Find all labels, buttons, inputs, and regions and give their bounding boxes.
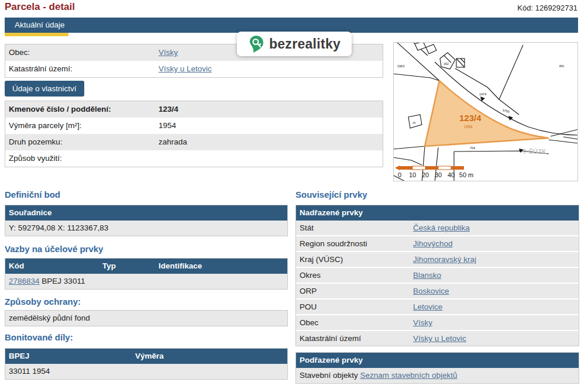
katastralni-uzemi-link[interactable]: Vísky u Letovic	[159, 64, 212, 73]
cuzk-watermark: © ČÚZK	[522, 148, 546, 155]
row-label: Obec:	[9, 48, 30, 57]
related-heading: Související prvky	[295, 190, 367, 199]
row-label: POU	[300, 302, 317, 311]
table-row: Katastrální území Vísky u Letovic	[296, 331, 579, 346]
area-value: 1954	[32, 367, 50, 376]
map-label: RN	[559, 64, 564, 68]
active-tab-indicator	[5, 33, 68, 36]
map-parcel-number: 123/4	[459, 113, 482, 123]
col-typ: Typ	[102, 259, 116, 274]
quality-parts-table: BPEJ Výměra 33011 1954	[5, 348, 288, 380]
obec-link[interactable]: Vísky	[159, 48, 178, 57]
map-label: 1963	[397, 64, 404, 68]
row-label: Okres	[300, 271, 321, 280]
row-label: Region soudržnosti	[300, 239, 367, 248]
cadastral-map: 123/4 1954 © ČÚZK RN 5750 704 1474 162 1…	[393, 42, 578, 181]
parcel-code: Kód: 1269292731	[517, 4, 577, 12]
tab-bar: Aktuální údaje	[5, 18, 578, 33]
coordinates-header: Souřadnice	[5, 205, 287, 221]
bezrealitky-logo-text: bezrealitky	[269, 36, 341, 52]
scale-label: 20	[422, 171, 429, 178]
table-row: ORP Boskovice	[296, 284, 579, 298]
purpose-identification: 33011	[64, 277, 85, 285]
purpose-links-heading: Vazby na účelové prvky	[5, 244, 103, 254]
stat-link[interactable]: Česká republika	[413, 223, 470, 232]
coordinates-table: Souřadnice Y: 592794,08 X: 1123367,83	[5, 205, 288, 236]
row-label: Výměra parcely [m²]:	[9, 121, 82, 130]
parcel-detail-table: Kmenové číslo / poddělení: 123/4 Výměra …	[5, 101, 383, 167]
table-row: Výměra parcely [m²]: 1954	[5, 118, 383, 134]
pou-link[interactable]: Letovice	[413, 302, 442, 311]
parcel-highlight	[425, 81, 549, 146]
scale-label: 50 m	[459, 171, 473, 178]
obec-link[interactable]: Vísky	[413, 318, 432, 327]
scale-label: 40	[448, 171, 455, 178]
child-elements-table: Podřazené prvky Stavební objekty Seznam …	[295, 352, 579, 384]
table-row: POU Letovice	[296, 300, 579, 314]
tab-aktualni-udaje[interactable]: Aktuální údaje	[15, 18, 65, 33]
row-label: Stavební objekty	[300, 371, 358, 380]
table-row: Kmenové číslo / poddělení: 123/4	[5, 101, 383, 118]
row-label: Způsob využití:	[9, 154, 62, 163]
table-row: Stavební objekty Seznam stavebních objek…	[296, 368, 579, 383]
protection-value: zemědělský půdní fond	[5, 310, 288, 326]
parent-elements-header: Nadřazené prvky	[296, 205, 579, 221]
quality-parts-heading: Bonitované díly:	[5, 332, 73, 342]
protection-heading: Způsoby ochrany:	[5, 297, 81, 307]
row-label: ORP	[300, 287, 317, 295]
table-row: Kraj (VÚSC) Jihomoravský kraj	[296, 252, 579, 267]
okres-link[interactable]: Blansko	[413, 271, 441, 280]
quality-parts-table-header: BPEJ Výměra	[5, 349, 287, 364]
purpose-type: BPEJ	[42, 277, 61, 285]
parent-elements-table: Nadřazené prvky Stát Česká republika Reg…	[295, 205, 579, 346]
scale-label: 0	[398, 171, 401, 178]
row-value: zahrada	[159, 134, 187, 150]
definition-point-heading: Definiční bod	[5, 190, 60, 199]
map-parcel-area: 1954	[464, 125, 473, 129]
col-identifikace: Identifikace	[159, 259, 202, 274]
katastralni-uzemi-link[interactable]: Vísky u Letovic	[413, 334, 466, 343]
map-label: 704	[470, 146, 475, 150]
row-label: Stát	[300, 223, 314, 232]
map-label: 162	[443, 62, 449, 66]
row-label: Druh pozemku:	[9, 137, 63, 146]
scale-label: 10	[409, 171, 416, 178]
map-label: 5750	[502, 108, 510, 113]
coordinates-value: Y: 592794,08 X: 1123367,83	[5, 221, 287, 236]
ownership-data-button[interactable]: Údaje o vlastnictví	[5, 81, 84, 97]
table-row: Okres Blansko	[296, 268, 579, 283]
scale-label: 30	[435, 171, 442, 178]
col-bpej: BPEJ	[9, 352, 29, 360]
col-kod: Kód	[9, 261, 24, 270]
bezrealitky-badge[interactable]: bezrealitky	[237, 32, 352, 56]
table-row: Druh pozemku: zahrada	[5, 134, 383, 150]
map-label: 1474	[479, 92, 486, 96]
table-row: Způsob využití:	[5, 150, 383, 167]
kraj-link[interactable]: Jihomoravský kraj	[413, 255, 476, 264]
table-row: 33011 1954	[5, 364, 287, 379]
table-row: Region soudržnosti Jihovýchod	[296, 236, 579, 251]
table-row: Katastrální území: Vísky u Letovic	[5, 61, 383, 77]
row-label: Katastrální území:	[9, 64, 73, 73]
orp-link[interactable]: Boskovice	[413, 287, 449, 295]
row-label: Katastrální území	[300, 334, 361, 343]
page-title: Parcela - detail	[5, 1, 75, 13]
row-label: Kraj (VÚSC)	[300, 255, 343, 264]
row-label: Obec	[300, 318, 318, 327]
map-scale-bar: 0 10 20 30 40 50 m	[395, 166, 473, 178]
region-link[interactable]: Jihovýchod	[413, 239, 453, 248]
bpej-value: 33011	[9, 367, 30, 376]
building-objects-link[interactable]: Seznam stavebních objektů	[360, 371, 458, 380]
map-label: -/h	[412, 121, 415, 125]
row-label: Kmenové číslo / poddělení:	[9, 105, 111, 113]
purpose-code-link[interactable]: 2786834	[9, 277, 40, 285]
table-row: Obec Vísky	[296, 315, 579, 330]
row-value: 123/4	[159, 101, 178, 118]
child-elements-header: Podřazené prvky	[296, 353, 579, 368]
table-row: 2786834 BPEJ 33011	[5, 274, 287, 289]
purpose-links-table: Kód Typ Identifikace 2786834 BPEJ 33011	[5, 258, 288, 290]
row-value: 1954	[159, 118, 176, 134]
col-vymera: Výměra	[135, 349, 164, 364]
bezrealitky-pin-icon	[248, 35, 264, 53]
table-row: Stát Česká republika	[296, 221, 579, 235]
